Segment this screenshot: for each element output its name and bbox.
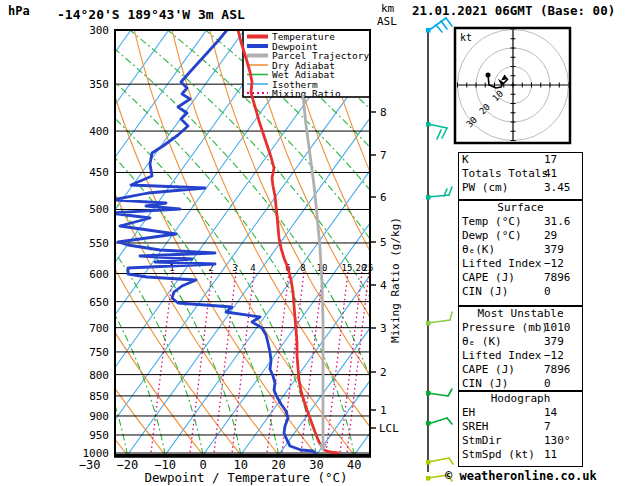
- table-row: K17: [459, 153, 582, 167]
- table-row-value: 1010: [544, 321, 579, 335]
- table-row-value: 7896: [544, 271, 579, 285]
- temp-tick-label: −30: [79, 458, 101, 472]
- mixing-ratio-line: [214, 272, 236, 453]
- table-row-label: Lifted Index: [462, 257, 544, 271]
- wind-barb-segment: [448, 389, 452, 396]
- wind-barb-dot: [426, 460, 431, 465]
- table-row-value: −12: [544, 257, 579, 271]
- table-row: CIN (J)0: [459, 285, 582, 299]
- table-row: θₑ(K)379: [459, 243, 582, 257]
- legend: Temperature Dewpoint Parcel Trajectory D…: [243, 30, 370, 99]
- wind-barb-dot: [426, 391, 431, 396]
- table-header: Hodograph: [459, 392, 582, 406]
- table-row-value: 0: [544, 285, 579, 299]
- table-row-label: StmDir: [462, 434, 544, 448]
- pressure-tick-label: 700: [89, 322, 109, 335]
- chart-title: -14°20'S 189°43'W 3m ASL: [57, 7, 245, 22]
- km-tick-label: 1: [380, 404, 387, 417]
- table-row-value: 14: [544, 406, 579, 420]
- km-tick-label: 2: [380, 366, 387, 379]
- table-row-value: 11: [544, 448, 579, 462]
- pressure-tick-label: 950: [89, 429, 109, 442]
- wind-barb-segment: [449, 458, 453, 464]
- table-row-label: Temp (°C): [462, 215, 544, 229]
- legend-label-mixing-ratio: Mixing Ratio: [272, 88, 341, 99]
- wind-barb-dot: [426, 421, 431, 426]
- hodograph-unit-label: kt: [460, 32, 472, 43]
- table-row: θₑ (K)379: [459, 335, 582, 349]
- mixing-ratio-value-label: 25: [363, 263, 374, 273]
- table-row-value: 41: [544, 167, 579, 181]
- wind-barb: [426, 389, 452, 396]
- wind-barb-dot: [426, 321, 431, 326]
- table-row: SREH7: [459, 420, 582, 434]
- pressure-tick-label: 650: [89, 296, 109, 309]
- wind-barb-segment: [428, 195, 449, 197]
- table-row-label: PW (cm): [462, 181, 544, 195]
- table-row-value: 0: [544, 377, 579, 391]
- hodograph-trace-start-dot: [486, 73, 491, 78]
- wind-barb-dot: [426, 122, 431, 127]
- table-row-value: 379: [544, 243, 579, 257]
- table-row-value: 379: [544, 335, 579, 349]
- lcl-label: LCL: [379, 422, 399, 435]
- wind-barb: [426, 458, 453, 465]
- table-header: Most Unstable: [459, 307, 582, 321]
- mixing-ratio-value-label: 4: [250, 263, 255, 273]
- table-row-value: −12: [544, 349, 579, 363]
- pressure-tick-label: 800: [89, 369, 109, 382]
- pressure-tick-label: 400: [89, 125, 109, 138]
- wind-barb-segment: [428, 393, 448, 396]
- table-row-label: θₑ (K): [462, 335, 544, 349]
- table-row-label: θₑ(K): [462, 243, 544, 257]
- km-axis-unit: km: [381, 2, 395, 15]
- table-row: Lifted Index−12: [459, 349, 582, 363]
- wind-barb-dot: [426, 195, 431, 200]
- wind-barb: [426, 312, 452, 326]
- wind-barb-segment: [428, 124, 447, 128]
- pressure-tick-label: 850: [89, 390, 109, 403]
- table-row: StmSpd (kt)11: [459, 448, 582, 462]
- wind-barb-segment: [428, 458, 449, 462]
- wind-barb: [426, 18, 452, 33]
- mixing-ratio-line: [347, 272, 369, 453]
- wind-barb-segment: [449, 187, 452, 195]
- temp-tick-label: 40: [347, 458, 361, 472]
- mixing-ratio-line: [340, 272, 362, 453]
- pressure-tick-label: 300: [89, 24, 109, 37]
- mixing-ratio-line: [151, 272, 173, 453]
- km-tick-label: 4: [380, 279, 387, 292]
- mixing-ratio-value-label: 8: [300, 263, 305, 273]
- table-row: EH14: [459, 406, 582, 420]
- table-row-label: StmSpd (kt): [462, 448, 544, 462]
- wind-barb-segment: [447, 418, 452, 424]
- table-row: Temp (°C)31.6: [459, 215, 582, 229]
- table-header: Surface: [459, 201, 582, 215]
- table-row-label: Pressure (mb): [462, 321, 544, 335]
- table-row: Totals Totals41: [459, 167, 582, 181]
- table-row-label: CAPE (J): [462, 363, 544, 377]
- copyright: © weatheronline.co.uk: [445, 469, 597, 483]
- wind-barb-segment: [428, 320, 450, 323]
- km-tick-label: 8: [380, 106, 387, 119]
- table-row-label: CAPE (J): [462, 271, 544, 285]
- table-row: CAPE (J)7896: [459, 363, 582, 377]
- table-row-label: CIN (J): [462, 377, 544, 391]
- wind-barb-segment: [450, 312, 452, 320]
- pressure-tick-label: 500: [89, 203, 109, 216]
- table-row-value: 7: [544, 420, 579, 434]
- table-row: CAPE (J)7896: [459, 271, 582, 285]
- table-row-label: Lifted Index: [462, 349, 544, 363]
- wind-barb-dot: [426, 476, 431, 481]
- table-row-label: EH: [462, 406, 544, 420]
- pressure-tick-label: 750: [89, 346, 109, 359]
- table-row-label: K: [462, 153, 544, 167]
- pressure-tick-label: 900: [89, 410, 109, 423]
- table-row-label: Dewp (°C): [462, 229, 544, 243]
- table-row-value: 31.6: [544, 215, 579, 229]
- mixing-ratio-axis-title: Mixing Ratio (g/kg): [389, 217, 402, 343]
- wind-barb-dot: [426, 28, 431, 33]
- table-box-indices: K17Totals Totals41PW (cm)3.45: [458, 152, 583, 200]
- km-tick-label: 5: [380, 236, 387, 249]
- table-row-value: 29: [544, 229, 579, 243]
